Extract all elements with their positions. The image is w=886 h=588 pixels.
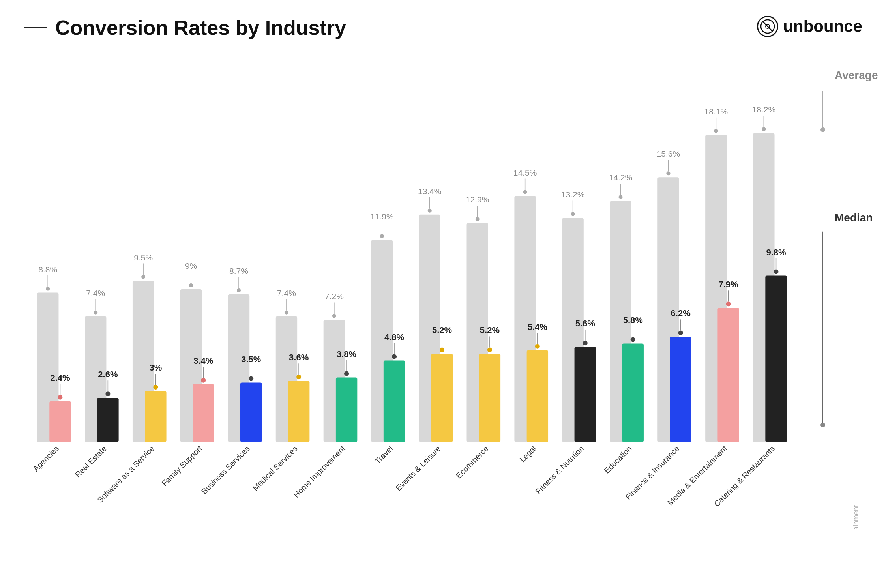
svg-rect-79	[431, 354, 453, 442]
svg-text:18.2%: 18.2%	[752, 105, 776, 114]
svg-rect-16	[97, 398, 118, 442]
svg-text:3.4%: 3.4%	[193, 356, 213, 366]
svg-point-108	[583, 341, 588, 345]
svg-text:Home Improvement: Home Improvement	[292, 444, 347, 499]
svg-text:Agencies: Agencies	[32, 444, 61, 473]
svg-point-36	[201, 378, 206, 383]
svg-point-95	[523, 190, 527, 194]
svg-text:7.4%: 7.4%	[86, 288, 105, 298]
svg-point-18	[105, 391, 110, 396]
svg-rect-34	[193, 384, 214, 442]
svg-point-86	[476, 217, 480, 221]
svg-point-63	[344, 371, 349, 376]
svg-point-126	[678, 330, 683, 335]
svg-point-41	[237, 288, 241, 292]
svg-text:Fitness & Nutrition: Fitness & Nutrition	[534, 444, 586, 496]
svg-text:5.8%: 5.8%	[623, 315, 643, 325]
svg-point-27	[153, 385, 158, 390]
svg-text:Family Support: Family Support	[160, 444, 204, 488]
svg-rect-97	[527, 350, 548, 442]
svg-point-122	[666, 171, 670, 175]
svg-text:11.9%: 11.9%	[370, 212, 394, 221]
svg-text:Medical Services: Medical Services	[251, 444, 299, 492]
svg-text:5.2%: 5.2%	[432, 325, 452, 335]
svg-point-9	[58, 395, 62, 400]
svg-point-5	[46, 287, 50, 291]
svg-text:Events & Leisure: Events & Leisure	[394, 444, 442, 492]
svg-rect-133	[717, 308, 739, 442]
svg-point-99	[535, 344, 540, 349]
logo-icon	[757, 16, 778, 37]
svg-point-149	[820, 127, 825, 132]
svg-text:Real Estate: Real Estate	[73, 444, 109, 479]
svg-point-23	[141, 275, 145, 279]
svg-text:14.2%: 14.2%	[609, 173, 633, 182]
svg-text:4.8%: 4.8%	[384, 332, 404, 342]
svg-point-72	[392, 354, 397, 359]
svg-point-113	[619, 195, 623, 199]
svg-rect-124	[670, 337, 691, 442]
svg-point-68	[380, 234, 384, 238]
svg-rect-61	[336, 378, 357, 442]
svg-text:2.6%: 2.6%	[98, 369, 118, 379]
svg-point-77	[428, 209, 432, 213]
svg-text:3%: 3%	[149, 363, 162, 373]
svg-text:Legal: Legal	[518, 444, 538, 464]
svg-text:Average: Average	[835, 69, 878, 81]
svg-point-131	[714, 129, 718, 133]
svg-point-59	[332, 314, 336, 318]
svg-text:7.2%: 7.2%	[325, 292, 344, 301]
svg-rect-70	[384, 361, 405, 442]
svg-text:Business Services: Business Services	[200, 444, 251, 496]
svg-point-104	[571, 212, 575, 216]
svg-point-45	[249, 376, 253, 381]
svg-text:7.4%: 7.4%	[277, 288, 296, 298]
svg-point-32	[189, 283, 193, 287]
svg-rect-142	[765, 276, 787, 442]
logo: unbounce	[757, 16, 862, 37]
svg-rect-43	[240, 383, 262, 442]
svg-line-1	[763, 22, 772, 31]
svg-text:5.2%: 5.2%	[480, 325, 500, 335]
svg-text:18.1%: 18.1%	[704, 107, 728, 116]
chart-container: Conversion Rates by Industry unbounce 8.…	[0, 0, 886, 588]
svg-text:3.5%: 3.5%	[241, 354, 261, 364]
svg-rect-52	[288, 381, 309, 442]
svg-rect-25	[145, 391, 166, 442]
svg-rect-115	[622, 344, 644, 442]
svg-rect-106	[575, 347, 596, 442]
svg-text:2.4%: 2.4%	[50, 373, 70, 383]
svg-text:9.5%: 9.5%	[134, 253, 153, 262]
header: Conversion Rates by Industry unbounce	[24, 16, 862, 39]
svg-text:13.2%: 13.2%	[561, 190, 585, 199]
svg-rect-7	[49, 401, 71, 442]
svg-point-135	[726, 301, 731, 306]
svg-text:Education: Education	[602, 444, 633, 475]
chart-area: 8.8%2.4%Agencies7.4%2.6%Real Estate9.5%3…	[24, 55, 862, 529]
svg-text:15.6%: 15.6%	[657, 149, 680, 158]
svg-text:6.2%: 6.2%	[671, 308, 691, 318]
svg-text:12.9%: 12.9%	[466, 195, 489, 204]
svg-point-140	[762, 127, 766, 131]
svg-point-90	[487, 347, 492, 352]
svg-point-54	[296, 375, 301, 379]
svg-point-81	[440, 347, 444, 352]
title-section: Conversion Rates by Industry	[24, 16, 346, 39]
svg-point-152	[820, 423, 825, 427]
svg-text:Ecommerce: Ecommerce	[454, 444, 490, 480]
chart-title: Conversion Rates by Industry	[55, 16, 346, 39]
svg-text:9.8%: 9.8%	[766, 247, 786, 257]
svg-text:Median: Median	[835, 212, 873, 224]
svg-text:5.4%: 5.4%	[528, 322, 547, 332]
svg-text:5.6%: 5.6%	[575, 318, 595, 328]
svg-text:Finance & Insurance: Finance & Insurance	[624, 444, 681, 501]
svg-text:14.5%: 14.5%	[513, 168, 537, 177]
svg-point-144	[774, 270, 779, 274]
svg-point-14	[94, 311, 97, 315]
logo-text: unbounce	[783, 17, 862, 36]
title-line-decoration	[24, 27, 47, 28]
svg-text:9%: 9%	[185, 261, 197, 270]
svg-point-117	[631, 337, 635, 342]
svg-rect-88	[479, 354, 500, 442]
svg-text:3.6%: 3.6%	[289, 352, 309, 362]
